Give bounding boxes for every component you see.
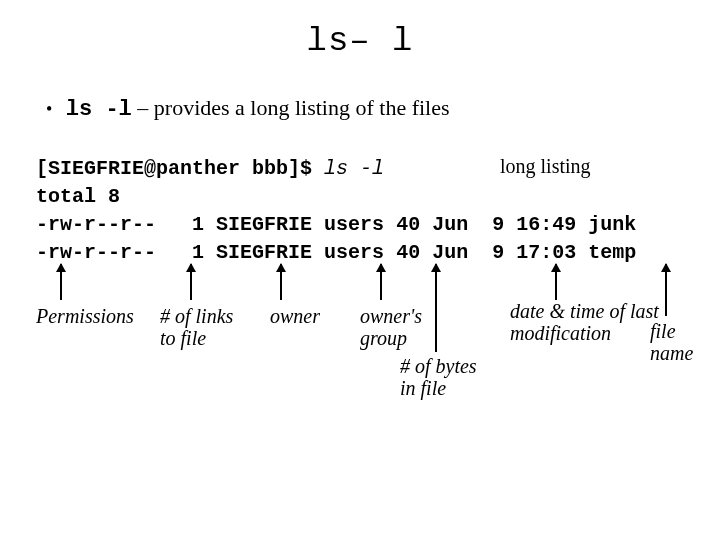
annotation-links: # of linksto file xyxy=(160,305,233,349)
arrow-bytes xyxy=(435,264,437,352)
row-time: 16:49 xyxy=(516,213,576,236)
arrow-links xyxy=(190,264,192,300)
row-links: 1 xyxy=(192,213,204,236)
row-perm: -rw-r--r-- xyxy=(36,213,156,236)
bullet-command: ls -l xyxy=(66,97,132,122)
row-month: Jun xyxy=(432,213,468,236)
row-owner: SIEGFRIE xyxy=(216,213,312,236)
row-links: 1 xyxy=(192,241,204,264)
row-group: users xyxy=(324,241,384,264)
row-day: 9 xyxy=(492,241,504,264)
row-group: users xyxy=(324,213,384,236)
arrow-filename xyxy=(665,264,667,316)
bullet-line: • ls -l – provides a long listing of the… xyxy=(46,95,450,122)
row-month: Jun xyxy=(432,241,468,264)
terminal-total: total 8 xyxy=(36,185,120,208)
row-time: 17:03 xyxy=(516,241,576,264)
arrow-group xyxy=(380,264,382,300)
annotation-permissions: Permissions xyxy=(36,305,134,327)
page-title: ls– l xyxy=(0,22,720,60)
terminal-command: ls -l xyxy=(324,157,384,180)
annotation-date: date & time of lastmodification xyxy=(510,300,659,344)
row-perm: -rw-r--r-- xyxy=(36,241,156,264)
annotation-bytes: # of bytesin file xyxy=(400,355,477,399)
row-bytes: 40 xyxy=(396,213,420,236)
long-listing-label: long listing xyxy=(500,155,591,178)
annotation-owner: owner xyxy=(270,305,320,327)
bullet-dot: • xyxy=(46,99,60,119)
annotation-group: owner'sgroup xyxy=(360,305,422,349)
row-owner: SIEGFRIE xyxy=(216,241,312,264)
row-name: temp xyxy=(588,241,636,264)
terminal-prompt: [SIEGFRIE@panther bbb]$ xyxy=(36,157,324,180)
arrow-date xyxy=(555,264,557,300)
bullet-desc: – provides a long listing of the files xyxy=(132,95,450,120)
arrow-owner xyxy=(280,264,282,300)
annotation-filename: filename xyxy=(650,320,693,364)
row-bytes: 40 xyxy=(396,241,420,264)
row-name: junk xyxy=(588,213,636,236)
arrow-permissions xyxy=(60,264,62,300)
row-day: 9 xyxy=(492,213,504,236)
